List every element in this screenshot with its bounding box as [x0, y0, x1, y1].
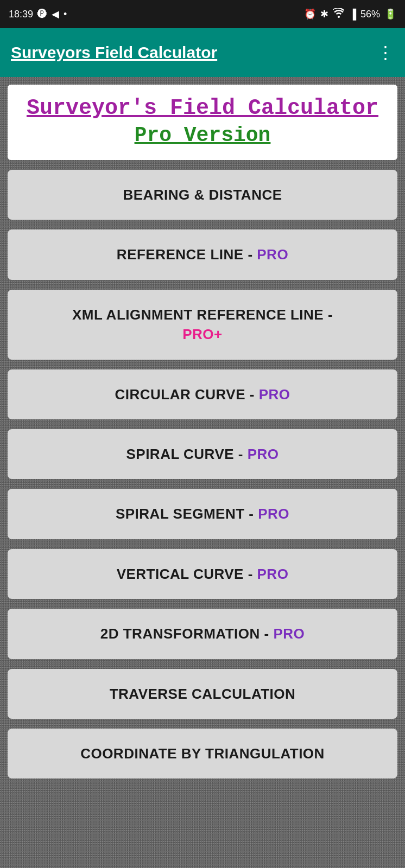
2d-transformation-pro: PRO — [273, 626, 305, 642]
xml-alignment-proplus: PRO+ — [182, 326, 223, 342]
reference-line-pro: PRO — [257, 246, 288, 263]
bearing-distance-button[interactable]: BEARING & DISTANCE — [8, 170, 397, 220]
coordinate-triangulation-button[interactable]: COORDINATE BY TRIANGULATION — [8, 729, 397, 778]
circular-curve-button[interactable]: CIRCULAR CURVE - PRO — [8, 369, 397, 419]
spiral-curve-pro: PRO — [248, 446, 279, 462]
app-bar-title: Surveyors Field Calculator — [11, 43, 217, 62]
vertical-curve-button[interactable]: VERTICAL CURVE - PRO — [8, 549, 397, 599]
dot-indicator: • — [64, 9, 67, 20]
vertical-curve-label: VERTICAL CURVE - — [117, 566, 257, 582]
vertical-curve-pro: PRO — [257, 566, 289, 582]
xml-alignment-button[interactable]: XML ALIGNMENT REFERENCE LINE - PRO+ — [8, 290, 397, 360]
battery-icon: 🔋 — [384, 8, 396, 20]
xml-alignment-label: XML ALIGNMENT REFERENCE LINE - — [72, 307, 333, 323]
header-card: Surveyor's Field Calculator Pro Version — [8, 85, 397, 160]
alarm-icon: ⏰ — [304, 8, 316, 20]
carrier-icon: 🅟 — [37, 9, 47, 20]
app-bar: Surveyors Field Calculator ⋮ — [0, 28, 405, 77]
status-bar: 18:39 🅟 ◀ • ⏰ ✱ ▐ 56% 🔋 — [0, 0, 405, 28]
status-right: ⏰ ✱ ▐ 56% 🔋 — [304, 8, 396, 21]
traverse-calculation-label: TRAVERSE CALCULATION — [110, 686, 296, 702]
2d-transformation-button[interactable]: 2D TRANSFORMATION - PRO — [8, 609, 397, 659]
status-left: 18:39 🅟 ◀ • — [9, 8, 67, 20]
spiral-curve-label: SPIRAL CURVE - — [126, 446, 247, 462]
spiral-curve-button[interactable]: SPIRAL CURVE - PRO — [8, 429, 397, 479]
battery-display: 56% — [360, 9, 380, 20]
wifi-icon — [333, 8, 345, 21]
traverse-calculation-button[interactable]: TRAVERSE CALCULATION — [8, 669, 397, 719]
bluetooth-icon: ✱ — [320, 8, 328, 20]
signal-icon: ▐ — [349, 9, 356, 20]
nav-icon: ◀ — [52, 8, 59, 20]
main-content: Surveyor's Field Calculator Pro Version … — [0, 77, 405, 868]
spiral-segment-label: SPIRAL SEGMENT - — [116, 506, 258, 522]
circular-curve-label: CIRCULAR CURVE - — [115, 386, 259, 403]
header-title-line1: Surveyor's Field Calculator — [15, 95, 390, 122]
2d-transformation-label: 2D TRANSFORMATION - — [100, 626, 274, 642]
reference-line-button[interactable]: REFERENCE LINE - PRO — [8, 229, 397, 279]
spiral-segment-pro: PRO — [258, 506, 289, 522]
bearing-distance-label: BEARING & DISTANCE — [123, 187, 282, 203]
reference-line-label: REFERENCE LINE - — [117, 246, 257, 263]
time-display: 18:39 — [9, 9, 33, 20]
header-title-line2: Pro Version — [15, 124, 390, 147]
circular-curve-pro: PRO — [259, 386, 290, 403]
menu-icon[interactable]: ⋮ — [377, 42, 394, 63]
spiral-segment-button[interactable]: SPIRAL SEGMENT - PRO — [8, 489, 397, 539]
coordinate-triangulation-label: COORDINATE BY TRIANGULATION — [80, 745, 325, 762]
